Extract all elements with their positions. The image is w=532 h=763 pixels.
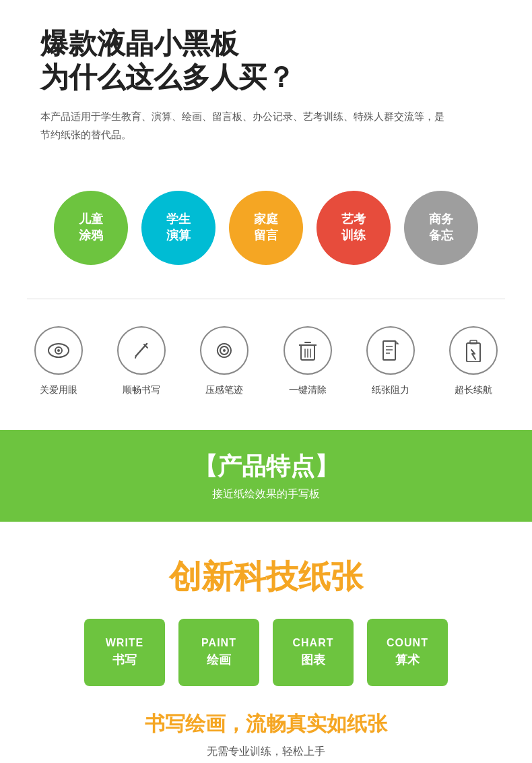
banner-subtitle: 接近纸绘效果的手写板	[27, 487, 505, 501]
banner-title: 【产品特点】	[193, 450, 339, 483]
svg-rect-18	[470, 340, 477, 344]
feature-label-clear: 一键清除	[289, 384, 327, 396]
feature-label-battery: 超长续航	[455, 384, 492, 396]
feature-battery: 超长续航	[442, 326, 505, 396]
circle-arts: 艺考训练	[317, 191, 391, 265]
feature-label-write: 顺畅书写	[123, 384, 160, 396]
feature-smooth-write: 顺畅书写	[110, 326, 172, 396]
badge-chart-bottom: 图表	[301, 652, 325, 668]
feature-label-paper: 纸张阻力	[372, 384, 409, 396]
badge-write-bottom: 书写	[112, 652, 137, 668]
badge-chart: CHART 图表	[273, 619, 354, 686]
badge-count-bottom: 算术	[395, 652, 420, 668]
innovation-title: 创新科技纸张	[27, 555, 505, 599]
battery-icon	[449, 326, 498, 375]
features-row: 关爱用眼 顺畅书写 压感笔迹	[0, 299, 532, 410]
badge-write-top: WRITE	[106, 637, 144, 649]
trash-icon	[284, 326, 332, 375]
circle-business: 商务备忘	[404, 191, 478, 265]
paper-icon	[366, 326, 415, 375]
hero-description: 本产品适用于学生教育、演算、绘画、留言板、办公记录、艺考训练、特殊人群交流等，是…	[40, 107, 444, 144]
product-features-banner: 【产品特点】 接近纸绘效果的手写板	[0, 430, 532, 522]
feature-eye-care: 关爱用眼	[27, 326, 90, 396]
badge-paint-bottom: 绘画	[207, 652, 231, 668]
feature-label-eye: 关爱用眼	[40, 384, 77, 396]
badge-paint: PAINT 绘画	[178, 619, 259, 686]
pen-icon	[117, 326, 166, 375]
svg-line-4	[135, 356, 136, 358]
circle-children: 儿童涂鸦	[54, 191, 128, 265]
feature-pressure: 压感笔迹	[193, 326, 256, 396]
innovation-slogan: 书写绘画，流畅真实如纸张	[27, 710, 505, 738]
feature-clear: 一键清除	[276, 326, 339, 396]
badge-paint-top: PAINT	[201, 637, 236, 649]
eye-icon	[34, 326, 83, 375]
badge-count: COUNT 算术	[367, 619, 448, 686]
badge-count-top: COUNT	[387, 637, 428, 649]
hero-section: 爆款液晶小黑板 为什么这么多人买？ 本产品适用于学生教育、演算、绘画、留言板、办…	[0, 0, 532, 164]
feature-paper-feel: 纸张阻力	[359, 326, 422, 396]
svg-point-6	[223, 349, 226, 352]
hero-title: 爆款液晶小黑板 为什么这么多人买？	[40, 27, 492, 95]
badge-chart-top: CHART	[293, 637, 334, 649]
svg-point-2	[57, 349, 60, 352]
circle-family: 家庭留言	[229, 191, 303, 265]
spiral-icon	[200, 326, 248, 375]
svg-rect-13	[383, 341, 395, 360]
feature-label-pressure: 压感笔迹	[205, 384, 243, 396]
innovation-section: 创新科技纸张 WRITE 书写 PAINT 绘画 CHART 图表 COUNT …	[0, 522, 532, 763]
audience-circles: 儿童涂鸦 学生演算 家庭留言 艺考训练 商务备忘	[0, 164, 532, 299]
badge-write: WRITE 书写	[84, 619, 165, 686]
circle-students: 学生演算	[141, 191, 215, 265]
innovation-sub: 无需专业训练，轻松上手	[27, 745, 505, 759]
badge-row: WRITE 书写 PAINT 绘画 CHART 图表 COUNT 算术	[27, 619, 505, 686]
